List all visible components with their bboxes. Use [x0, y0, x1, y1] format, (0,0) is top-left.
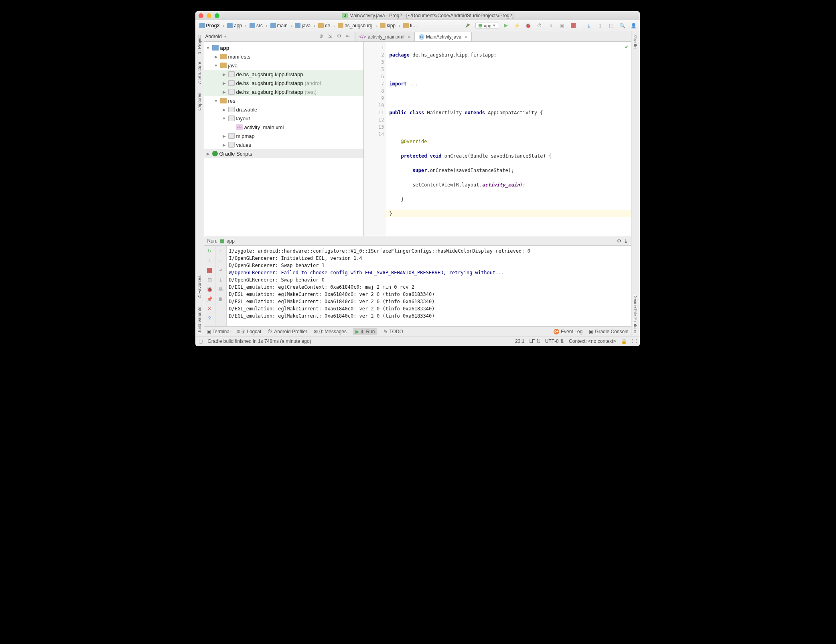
rerun-icon[interactable]: ↻ — [206, 247, 213, 255]
run-configuration-select[interactable]: ▦app▾ — [475, 22, 498, 29]
tab-run[interactable]: ▶ 4: Run — [353, 328, 377, 335]
tab-gradle-console[interactable]: ▣ Gradle Console — [589, 329, 628, 334]
status-memory-icon[interactable]: ⛶ — [632, 338, 637, 344]
status-lock-icon[interactable]: 🔒 — [621, 338, 627, 344]
search-everywhere-icon[interactable]: 🔍 — [619, 22, 626, 29]
minimize-window-icon[interactable] — [207, 13, 211, 18]
status-bar: ▢ Gradle build finished in 1s 748ms (a m… — [195, 336, 640, 346]
breadcrumb-item[interactable]: app — [225, 23, 243, 28]
tool-window-toggle-icon[interactable]: ▢ — [199, 338, 203, 344]
soft-wrap-icon[interactable]: ⤶ — [217, 267, 224, 274]
breadcrumb-item[interactable]: fi… — [402, 23, 419, 28]
scroll-end-icon[interactable]: ⤓ — [217, 276, 224, 284]
run-sidebar-1: ↻ ↑ ▥ 🐞 📌 ✕ ? — [204, 246, 215, 326]
debug-icon[interactable]: 🐞 — [525, 22, 532, 29]
code-editor[interactable]: ✔ 123567891011121314 package de.hs_augsb… — [364, 42, 631, 236]
down-stack-icon[interactable]: ↓ — [217, 257, 224, 264]
make-project-icon[interactable] — [464, 22, 471, 29]
run-console[interactable]: I/zygote: android::hardware::configstore… — [227, 246, 631, 326]
window-controls — [199, 13, 219, 18]
close-tab-icon[interactable]: × — [408, 34, 410, 39]
breadcrumb-item[interactable]: de — [317, 23, 332, 28]
tree-node-mipmap[interactable]: ▶mipmap — [204, 132, 363, 140]
tree-node-manifests[interactable]: ▶manifests — [204, 52, 363, 61]
tab-device-file-explorer[interactable]: Device File Explorer — [632, 292, 639, 336]
tree-node-layout[interactable]: ▼layout — [204, 114, 363, 123]
sync-gradle-icon[interactable]: ⭳ — [585, 22, 593, 29]
status-encoding[interactable]: UTF-8 ⇅ — [545, 338, 564, 344]
tree-node-package[interactable]: ▶de.hs_augsburg.kipp.firstapp — [204, 70, 363, 79]
breadcrumb-item[interactable]: kipp — [378, 23, 397, 28]
navigation-bar: Prog2› app› src› main› java› de› hs_augs… — [195, 20, 640, 31]
user-icon[interactable]: 👤 — [630, 22, 637, 29]
stop-icon[interactable] — [570, 22, 577, 29]
apply-changes-icon[interactable]: ⚡ — [513, 22, 521, 29]
tab-project[interactable]: 1: Project — [196, 33, 203, 56]
status-context[interactable]: Context: <no context> — [569, 338, 616, 344]
collapse-all-icon[interactable]: ⇲ — [328, 33, 335, 40]
project-view-select[interactable]: Android — [205, 34, 222, 39]
tree-node-package-test[interactable]: ▶de.hs_augsburg.kipp.firstapp(test) — [204, 87, 363, 96]
breadcrumb-item[interactable]: java — [293, 23, 312, 28]
scroll-from-source-icon[interactable]: ⊚ — [319, 33, 326, 40]
print-icon[interactable]: 🖶 — [217, 286, 224, 293]
coverage-icon[interactable]: ▣ — [558, 22, 566, 29]
breadcrumb-item[interactable]: main — [269, 23, 289, 28]
tree-node-package-android-test[interactable]: ▶de.hs_augsburg.kipp.firstapp(androi — [204, 79, 363, 87]
tab-build-variants[interactable]: Build Variants — [196, 304, 203, 336]
tab-todo[interactable]: ✎ TODO — [384, 329, 403, 334]
status-cursor-position[interactable]: 23:1 — [515, 338, 524, 344]
zoom-window-icon[interactable] — [215, 13, 219, 18]
run-settings-icon[interactable]: ⚙ — [617, 238, 621, 244]
left-tool-gutter: 1: Project 7: Structure Captures 2: Favo… — [195, 31, 204, 336]
project-tree[interactable]: ▼app ▶manifests ▼java ▶de.hs_augsburg.ki… — [204, 42, 364, 236]
tab-messages[interactable]: ✉ 0: Messages — [314, 329, 347, 334]
tree-node-java[interactable]: ▼java — [204, 61, 363, 70]
help-icon[interactable]: ? — [206, 315, 213, 322]
tab-favorites[interactable]: 2: Favorites — [196, 273, 203, 301]
tab-gradle[interactable]: Gradle — [632, 33, 639, 51]
tree-node-gradle-scripts[interactable]: ▶Gradle Scripts — [204, 149, 363, 158]
close-run-icon[interactable]: ✕ — [206, 305, 213, 312]
layout-icon[interactable]: ▥ — [206, 276, 213, 284]
settings-icon[interactable]: ⚙ — [337, 33, 343, 40]
java-file-icon: J — [342, 13, 348, 18]
breadcrumb-item[interactable]: src — [248, 23, 264, 28]
editor-tabs: </> activity_main.xml× C MainActivity.ja… — [355, 31, 471, 41]
window-title: J MainActivity.java - Prog2 - [~/Documen… — [219, 13, 637, 18]
tab-activity-main-xml[interactable]: </> activity_main.xml× — [355, 32, 415, 41]
right-tool-gutter: Gradle Device File Explorer — [631, 31, 640, 336]
tree-node-values[interactable]: ▶values — [204, 140, 363, 149]
avd-manager-icon[interactable]: ▯ — [597, 22, 604, 29]
stop-run-icon[interactable] — [206, 267, 213, 274]
run-hide-icon[interactable]: ⤓ — [624, 238, 628, 244]
tab-logcat[interactable]: ≡ 6: Logcat — [237, 329, 261, 334]
up-icon[interactable]: ↑ — [206, 257, 213, 264]
tab-terminal[interactable]: ▣ Terminal — [207, 329, 231, 334]
up-stack-icon[interactable]: ↑ — [217, 247, 224, 255]
pin-icon[interactable]: 📌 — [206, 296, 213, 303]
xml-file-icon: </> — [359, 34, 366, 40]
debug-restart-icon[interactable]: 🐞 — [206, 286, 213, 293]
tab-event-log[interactable]: 9+ Event Log — [554, 329, 582, 334]
attach-debugger-icon[interactable]: ⇩ — [547, 22, 554, 29]
breadcrumb-item[interactable]: hs_augsburg — [336, 23, 374, 28]
tree-file-activity-main-xml[interactable]: </>activity_main.xml — [204, 123, 363, 132]
hide-icon[interactable]: ⇤ — [346, 33, 352, 40]
tree-node-drawable[interactable]: ▶drawable — [204, 105, 363, 114]
clear-icon[interactable]: 🗑 — [217, 296, 224, 303]
tab-structure[interactable]: 7: Structure — [196, 59, 203, 87]
breadcrumb-item[interactable]: Prog2 — [198, 23, 221, 28]
sdk-manager-icon[interactable]: ⬚ — [608, 22, 615, 29]
tab-android-profiler[interactable]: ⏱ Android Profiler — [268, 329, 307, 334]
close-tab-icon[interactable]: × — [465, 34, 467, 39]
status-line-ending[interactable]: LF ⇅ — [529, 338, 540, 344]
code-area[interactable]: package de.hs_augsburg.kipp.firstapp; im… — [386, 42, 631, 236]
tree-node-res[interactable]: ▼res — [204, 96, 363, 105]
run-icon[interactable] — [502, 22, 509, 29]
tab-main-activity-java[interactable]: C MainActivity.java× — [414, 32, 472, 41]
tab-captures[interactable]: Captures — [196, 90, 203, 113]
profile-icon[interactable]: ⏱ — [536, 22, 543, 29]
close-window-icon[interactable] — [199, 13, 203, 18]
tree-node-app[interactable]: ▼app — [204, 43, 363, 52]
